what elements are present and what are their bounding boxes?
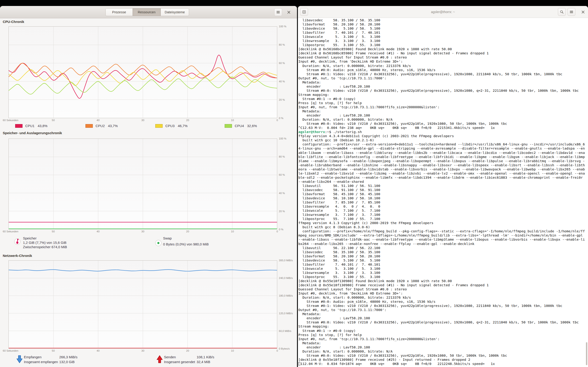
memory-pie-icon	[14, 239, 20, 245]
sent-total-label: Insgesamt gesendet	[164, 360, 195, 364]
terminal-line: Metadata:	[298, 80, 587, 84]
terminal-line: bx264 --enable-libx265 --enable-nonfree …	[298, 242, 587, 246]
received-total-label: Insgesamt empfangen	[24, 360, 58, 364]
terminal-line: [decklink @ 0x55e18f130980] Frame receiv…	[298, 358, 587, 362]
tab-dateisysteme[interactable]: Dateisysteme	[161, 8, 189, 16]
axis-tick-label: 60 Sekunden	[3, 119, 18, 122]
legend-color-swatch	[86, 124, 93, 128]
axis-tick-label: 60 Sekunden	[3, 349, 18, 352]
axis-tick-label: 100 %	[279, 137, 296, 140]
terminal-line: libavresample 4. 0. 0 / 4. 0. 0	[298, 204, 587, 209]
terminal-line: Input #0, nut, from 'tcp://10.73.1.11:70…	[298, 105, 587, 109]
sent-total-value: 32,4 MiB	[197, 360, 210, 364]
close-icon	[582, 10, 585, 14]
axis-tick-label: 30	[141, 349, 145, 352]
received-rate-value: 266,3 MiB/s	[59, 355, 78, 359]
swap-usage-value: 0 Bytes (0,0%) von 980,0 MiB	[163, 242, 208, 246]
terminal-line: Stream #0:1: Video: v210 (V210 / 0x30313…	[298, 72, 587, 76]
terminal-line: --enable-libass --enable-libfdk-aac --en…	[298, 237, 587, 242]
terminal-line: encoder : Lavf58.20.100	[298, 316, 587, 320]
terminal-output[interactable]: libavcodec 58. 35.100 / 58. 35.100 libav…	[298, 18, 587, 367]
terminal-menu-button[interactable]	[568, 8, 575, 16]
tab-prozesse[interactable]: Prozesse	[106, 8, 133, 16]
axis-tick-label: 20	[186, 349, 189, 352]
menu-button[interactable]	[274, 8, 282, 16]
axis-tick-label: 60 Sekunden	[3, 230, 18, 233]
memory-section-title: Speicher- und Auslagerungschronik	[3, 131, 62, 135]
axis-tick-label: 40 %	[279, 192, 296, 195]
terminal-line: encoder : Lavf58.20.100	[298, 345, 587, 349]
terminal-line: libavcodec 58. 91.100 / 58. 91.100	[298, 188, 587, 192]
search-icon	[560, 10, 564, 14]
cpu-legend-item: CPU243,7%	[86, 124, 118, 128]
terminal-line: [decklink @ 0x55e18f130980] Found Deckli…	[298, 279, 587, 283]
terminal-line: libswresample 3. 7.100 / 3. 7.100	[298, 213, 587, 217]
cpu-legend-item: CPU143,8%	[15, 124, 48, 128]
hamburger-icon	[570, 11, 573, 13]
terminal-line: Duration: N/A, start: 0.000000, bitrate:…	[298, 64, 587, 68]
swap-dot-icon	[155, 240, 162, 246]
axis-tick-label: 50	[52, 349, 55, 352]
terminal-line: Input #0, decklink, from 'DeckLink HD Ex…	[298, 291, 587, 295]
axis-tick-label: 10	[231, 119, 234, 122]
terminal-line: Output #0, nut, to 'tcp://10.73.1.11:700…	[298, 76, 587, 80]
memory-history-chart	[9, 139, 277, 229]
tab-ressourcen[interactable]: Ressourcen	[133, 8, 161, 16]
terminal-line: Stream #0:0: Video: v210 (V210 / 0x30313…	[298, 89, 587, 93]
memory-label: Speicher	[23, 236, 36, 240]
cpu-legend-item: CPU432,6%	[225, 124, 257, 128]
legend-color-swatch	[225, 124, 232, 128]
terminal-line: Duration: N/A, start: 0.000000, bitrate:…	[298, 349, 587, 353]
terminal-line: Metadata:	[298, 341, 587, 345]
terminal-line: [decklink @ 0x56168bc85980] Found Deckli…	[298, 47, 587, 51]
terminal-line: libavdevice 58. 10.100 / 58. 10.100	[298, 196, 587, 200]
axis-tick-label: 40	[97, 230, 100, 233]
top-black-strip	[0, 0, 588, 6]
axis-tick-label: 20 %	[279, 210, 296, 213]
network-section-title: Netzwerk-Chronik	[3, 254, 32, 258]
search-button[interactable]	[558, 8, 566, 16]
cpu-legend-item: CPU346,7%	[155, 124, 188, 128]
terminal-line: Guessed Channel Layout for Input Stream …	[298, 55, 587, 59]
memory-usage-value: 1,2 GiB (7,7%) von 15,6 GiB	[23, 241, 66, 244]
terminal-line: libpostproc 55. 7.100 / 55. 7.100	[298, 217, 587, 221]
new-tab-button[interactable]	[300, 8, 308, 16]
view-tab-group: Prozesse Ressourcen Dateisysteme	[105, 8, 189, 16]
terminal-line: 3lame --enable-libmysofa --enable-libope…	[298, 159, 587, 163]
terminal-line: Stream #0:1 -> #0:0 (copy)	[298, 329, 587, 333]
hamburger-icon	[277, 11, 280, 13]
axis-tick-label: 30	[141, 119, 145, 122]
upload-arrow-icon	[157, 355, 163, 363]
axis-tick-label: 40 %	[279, 80, 296, 83]
close-button[interactable]	[285, 8, 293, 16]
swap-label: Swap	[163, 236, 172, 240]
terminal-scrollbar[interactable]	[586, 342, 587, 365]
terminal-line: built with gcc 8 (Debian 8.3.0-6)	[298, 225, 587, 229]
terminal-line: libswresample 3. 3.100 / 3. 3.100	[298, 39, 587, 43]
terminal-line: configuration: --prefix=/usr --extra-ver…	[298, 142, 587, 146]
terminal-text-segment: :~$ ./startorig.sh	[325, 130, 362, 134]
received-total-value: 132,0 GiB	[59, 360, 75, 364]
terminal-window: agsler@thorrx: ~ libavcodec 58. 35.100 /…	[298, 6, 588, 367]
terminal-line: Stream #0:0: Audio: pcm_s16le, 48000 Hz,…	[298, 300, 587, 304]
terminal-line: libswscale 5. 3.100 / 5. 3.100	[298, 35, 587, 39]
terminal-line: libswscale 5. 7.100 / 5. 7.100	[298, 209, 587, 213]
close-icon	[287, 11, 290, 14]
terminal-headerbar: agsler@thorrx: ~	[298, 6, 588, 18]
terminal-line: libavformat 58. 20.100 / 58. 20.100	[298, 22, 587, 26]
terminal-line: [decklink @ 0x56168bc85980] Frame receiv…	[298, 51, 587, 55]
terminal-line: libavdevice 58. 5.100 / 58. 5.100	[298, 26, 587, 31]
axis-tick-label: 0	[277, 119, 278, 122]
cpu-y-axis-labels: 100 %80 %60 %40 %20 %0 %	[279, 25, 296, 120]
network-x-axis-labels: 60 Sekunden50403020100	[3, 349, 281, 352]
terminal-line: Metadata:	[298, 312, 587, 316]
terminal-close-button[interactable]	[579, 8, 587, 16]
terminal-line: Guessed Channel Layout for Input Stream …	[298, 287, 587, 291]
terminal-line: encoder : Lavf58.20.100	[298, 113, 587, 117]
axis-tick-label: 60,0 MiB/s	[279, 329, 296, 333]
axis-tick-label: 50	[52, 230, 55, 233]
terminal-line: Stream #0:1: Video: v210 (V210 / 0x30313…	[298, 304, 587, 308]
terminal-line: libavformat 58. 45.100 / 58. 45.100	[298, 192, 587, 196]
terminal-line: eora --enable-libtwolame --enable-libvid…	[298, 167, 587, 171]
legend-cpu-name: CPU4	[235, 124, 244, 128]
